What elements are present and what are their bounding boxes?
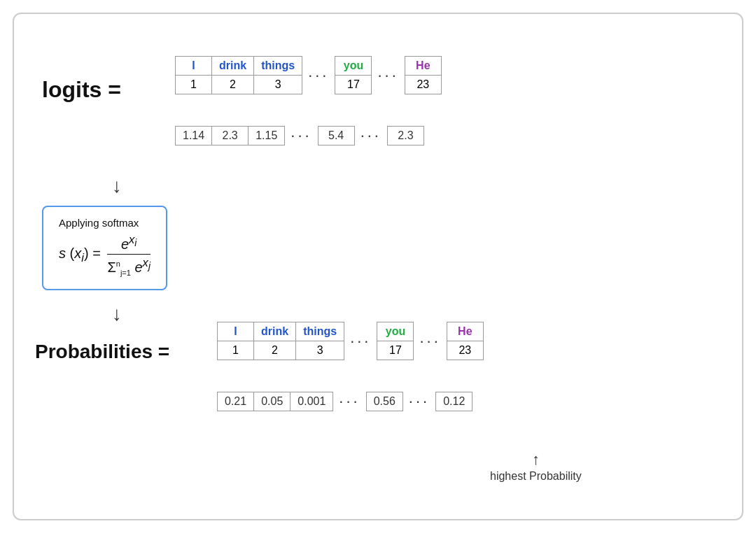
dots-1: ··· [302, 66, 335, 85]
prob-values-row: 0.21 0.05 0.001 ··· 0.56 ··· 0.12 [217, 392, 472, 411]
prob-vocab-row: I drink things 1 2 3 ··· you 17 ··· He [217, 322, 484, 360]
header-I: I [176, 57, 212, 76]
probabilities-label: Probabilities = [35, 341, 169, 363]
arrow-down-1: ↓ [112, 175, 167, 197]
logits-values-row: 1.14 2.3 1.15 ··· 5.4 ··· 2.3 [175, 126, 424, 145]
prob-vocab-table-1: I drink things 1 2 3 [217, 322, 344, 360]
index-17: 17 [335, 76, 372, 94]
vocab-table-1: I drink things 1 2 3 [175, 56, 302, 94]
dots-2: ··· [372, 66, 404, 85]
prob-index-23: 23 [447, 341, 483, 360]
prob-2: 0.05 [254, 392, 290, 411]
logit-values-table-3: 2.3 [387, 126, 424, 145]
prob-3: 0.001 [290, 392, 333, 411]
index-2: 2 [212, 76, 254, 94]
prob-values-table-1: 0.21 0.05 0.001 [217, 392, 333, 411]
prob-vocab-table-3: He 23 [447, 322, 484, 360]
logits-title-text: logits = [42, 77, 121, 102]
arrow-down-2: ↓ [112, 303, 167, 325]
header-things: things [254, 57, 302, 76]
logit-values-table-1: 1.14 2.3 1.15 [175, 126, 285, 145]
vocab-table-2: you 17 [335, 56, 372, 94]
header-drink: drink [212, 57, 254, 76]
index-23: 23 [405, 76, 441, 94]
dots-8: ··· [403, 392, 435, 411]
prob-index-3: 3 [296, 341, 344, 360]
prob-index-1: 1 [218, 341, 254, 360]
softmax-box: Applying softmax s (xi) = exi Σnj=1 exj [42, 206, 167, 290]
dots-5: ··· [344, 332, 377, 350]
probs-title-text: Probabilities = [35, 341, 169, 362]
main-container: logits = I drink things 1 2 3 ··· you 17 [13, 13, 743, 520]
logit-4: 5.4 [318, 127, 354, 145]
prob-header-things: things [296, 322, 344, 341]
top-vocab-row: I drink things 1 2 3 ··· you 17 ··· He [175, 56, 442, 94]
prob-5: 0.12 [436, 392, 472, 411]
logit-2: 2.3 [212, 127, 248, 145]
prob-header-I: I [218, 322, 254, 341]
prob-1: 0.21 [218, 392, 254, 411]
dots-6: ··· [414, 332, 446, 350]
prob-values-table-3: 0.12 [435, 392, 472, 411]
prob-header-drink: drink [254, 322, 296, 341]
header-he: He [405, 57, 441, 76]
softmax-title: Applying softmax [59, 217, 150, 229]
index-1: 1 [176, 76, 212, 94]
prob-index-2: 2 [254, 341, 296, 360]
softmax-formula: s (xi) = exi Σnj=1 exj [59, 233, 150, 276]
logit-5: 2.3 [387, 127, 424, 145]
header-you: you [335, 57, 372, 76]
dots-7: ··· [333, 392, 365, 411]
prob-index-17: 17 [377, 341, 414, 360]
logits-label: logits = [42, 77, 121, 103]
logit-3: 1.15 [248, 127, 285, 145]
highest-prob-label: highest Probability [490, 470, 582, 482]
up-arrow-icon: ↑ [490, 450, 582, 469]
prob-4: 0.56 [366, 392, 402, 411]
dots-3: ··· [285, 127, 317, 145]
prob-header-he: He [447, 322, 483, 341]
prob-values-table-2: 0.56 [366, 392, 403, 411]
middle-section: ↓ Applying softmax s (xi) = exi Σnj=1 ex… [42, 175, 167, 325]
highest-prob-annotation: ↑ highest Probability [490, 450, 582, 483]
logit-values-table-2: 5.4 [318, 126, 355, 145]
logit-1: 1.14 [176, 127, 212, 145]
index-3: 3 [254, 76, 302, 94]
dots-4: ··· [355, 127, 387, 145]
prob-header-you: you [377, 322, 414, 341]
vocab-table-3: He 23 [405, 56, 442, 94]
prob-vocab-table-2: you 17 [377, 322, 414, 360]
